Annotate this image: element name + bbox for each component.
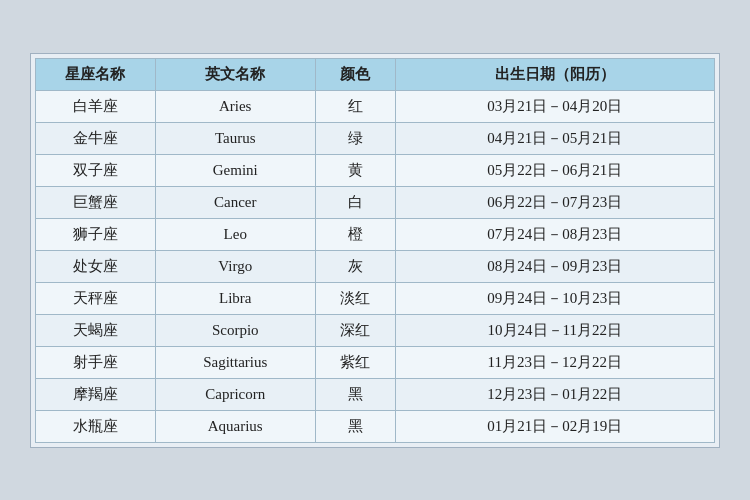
zodiac-table-container: 星座名称 英文名称 颜色 出生日期（阳历） 白羊座Aries红03月21日－04… [30,53,720,448]
cell-color: 黄 [315,154,395,186]
cell-color: 白 [315,186,395,218]
cell-date: 06月22日－07月23日 [395,186,714,218]
cell-color: 橙 [315,218,395,250]
cell-chinese: 双子座 [36,154,156,186]
cell-color: 黑 [315,410,395,442]
cell-chinese: 水瓶座 [36,410,156,442]
table-row: 射手座Sagittarius紫红11月23日－12月22日 [36,346,715,378]
cell-date: 08月24日－09月23日 [395,250,714,282]
cell-color: 绿 [315,122,395,154]
table-row: 天蝎座Scorpio深红10月24日－11月22日 [36,314,715,346]
cell-date: 09月24日－10月23日 [395,282,714,314]
cell-chinese: 处女座 [36,250,156,282]
cell-color: 灰 [315,250,395,282]
zodiac-table: 星座名称 英文名称 颜色 出生日期（阳历） 白羊座Aries红03月21日－04… [35,58,715,443]
cell-date: 04月21日－05月21日 [395,122,714,154]
table-row: 双子座Gemini黄05月22日－06月21日 [36,154,715,186]
cell-date: 05月22日－06月21日 [395,154,714,186]
cell-chinese: 巨蟹座 [36,186,156,218]
header-color: 颜色 [315,58,395,90]
table-row: 狮子座Leo橙07月24日－08月23日 [36,218,715,250]
table-row: 巨蟹座Cancer白06月22日－07月23日 [36,186,715,218]
table-header-row: 星座名称 英文名称 颜色 出生日期（阳历） [36,58,715,90]
table-row: 白羊座Aries红03月21日－04月20日 [36,90,715,122]
header-english: 英文名称 [155,58,315,90]
cell-color: 淡红 [315,282,395,314]
cell-date: 03月21日－04月20日 [395,90,714,122]
cell-chinese: 天秤座 [36,282,156,314]
header-chinese: 星座名称 [36,58,156,90]
cell-date: 11月23日－12月22日 [395,346,714,378]
cell-english: Virgo [155,250,315,282]
cell-color: 深红 [315,314,395,346]
cell-chinese: 天蝎座 [36,314,156,346]
table-row: 摩羯座Capricorn黑12月23日－01月22日 [36,378,715,410]
cell-english: Sagittarius [155,346,315,378]
cell-date: 07月24日－08月23日 [395,218,714,250]
table-row: 天秤座Libra淡红09月24日－10月23日 [36,282,715,314]
cell-chinese: 摩羯座 [36,378,156,410]
cell-english: Aries [155,90,315,122]
cell-date: 12月23日－01月22日 [395,378,714,410]
cell-chinese: 白羊座 [36,90,156,122]
cell-english: Leo [155,218,315,250]
cell-color: 红 [315,90,395,122]
cell-color: 紫红 [315,346,395,378]
cell-english: Scorpio [155,314,315,346]
cell-english: Gemini [155,154,315,186]
header-date: 出生日期（阳历） [395,58,714,90]
table-row: 金牛座Taurus绿04月21日－05月21日 [36,122,715,154]
cell-english: Taurus [155,122,315,154]
cell-chinese: 射手座 [36,346,156,378]
cell-chinese: 金牛座 [36,122,156,154]
cell-chinese: 狮子座 [36,218,156,250]
table-row: 水瓶座Aquarius黑01月21日－02月19日 [36,410,715,442]
cell-english: Libra [155,282,315,314]
cell-date: 10月24日－11月22日 [395,314,714,346]
cell-color: 黑 [315,378,395,410]
table-row: 处女座Virgo灰08月24日－09月23日 [36,250,715,282]
cell-english: Cancer [155,186,315,218]
cell-date: 01月21日－02月19日 [395,410,714,442]
cell-english: Capricorn [155,378,315,410]
cell-english: Aquarius [155,410,315,442]
